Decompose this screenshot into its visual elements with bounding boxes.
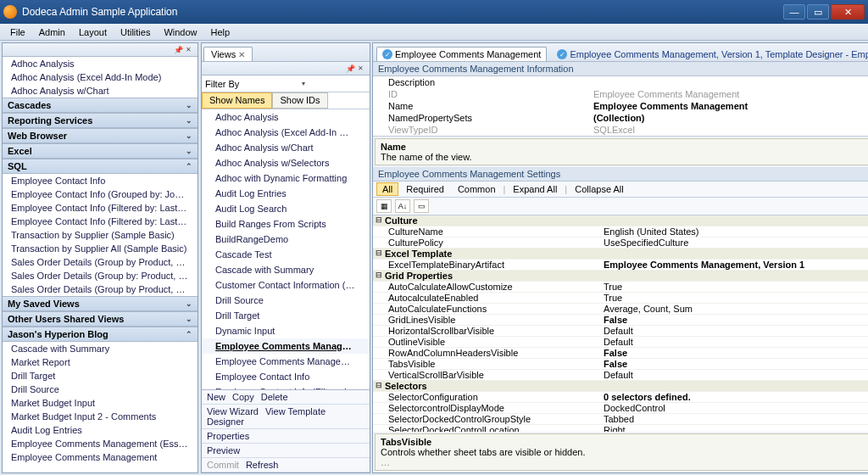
list-item[interactable]: Audit Log Search bbox=[202, 201, 370, 216]
cmd-commit[interactable]: Commit bbox=[207, 460, 239, 470]
pin-icon[interactable]: 📌 bbox=[346, 64, 354, 73]
tree-item[interactable]: Market Report bbox=[3, 355, 198, 369]
tree-item[interactable]: Transaction by Supplier All (Sample Basi… bbox=[3, 242, 198, 255]
settings-row[interactable]: OutlineVisibleDefault bbox=[373, 337, 868, 348]
list-item[interactable]: Build Ranges From Scripts bbox=[202, 216, 370, 232]
menu-admin[interactable]: Admin bbox=[32, 27, 72, 37]
menu-layout[interactable]: Layout bbox=[72, 27, 114, 37]
settings-category[interactable]: ⊟Culture bbox=[373, 215, 868, 226]
categorized-icon[interactable]: ▦ bbox=[376, 199, 392, 213]
settings-tab-all[interactable]: All bbox=[376, 182, 398, 196]
list-item[interactable]: Cascade Test bbox=[202, 247, 370, 262]
settings-row[interactable]: CulturePolicyUseSpecifiedCulture bbox=[373, 238, 868, 249]
tree-item[interactable]: Market Budget Input bbox=[3, 396, 198, 410]
maximize-button[interactable]: ▭ bbox=[807, 4, 829, 20]
cmd-refresh[interactable]: Refresh bbox=[246, 460, 279, 470]
list-item[interactable]: Employee Comments Management bbox=[202, 338, 370, 354]
list-item[interactable]: BuildRangeDemo bbox=[202, 232, 370, 247]
list-item[interactable]: Audit Log Entries bbox=[202, 186, 370, 201]
category-header[interactable]: Web Browser⌄ bbox=[3, 128, 198, 143]
tree-item[interactable]: Adhoc Analysis (Excel Add-In Mode) bbox=[3, 70, 198, 84]
cmd-preview[interactable]: Preview bbox=[207, 445, 240, 455]
views-tab[interactable]: Views ✕ bbox=[203, 47, 253, 61]
tree-item[interactable]: Employee Contact Info bbox=[3, 174, 198, 187]
cmd-copy[interactable]: Copy bbox=[232, 392, 254, 402]
list-item[interactable]: Customer Contact Information (Advent… bbox=[202, 277, 370, 293]
list-item[interactable]: Drill Target bbox=[202, 308, 370, 323]
list-item[interactable]: Adhoc with Dynamic Formatting bbox=[202, 170, 370, 186]
tree-item[interactable]: Sales Order Details (Group by Product, S… bbox=[3, 255, 198, 269]
settings-category[interactable]: ⊟Excel Template bbox=[373, 249, 868, 260]
settings-row[interactable]: RowAndColumnHeadersVisibleFalse bbox=[373, 348, 868, 359]
collapse-icon[interactable]: ⊟ bbox=[373, 249, 385, 259]
tab-ecm[interactable]: ✓Employee Comments Management bbox=[376, 47, 547, 61]
show-ids-button[interactable]: Show IDs bbox=[272, 92, 327, 109]
cmd-new[interactable]: New bbox=[207, 392, 225, 402]
tab-template-designer[interactable]: ✓Employee Comments Management, Version 1… bbox=[552, 48, 868, 61]
category-header[interactable]: SQL⌃ bbox=[3, 159, 198, 174]
settings-row[interactable]: TabsVisibleFalse bbox=[373, 359, 868, 370]
tree-item[interactable]: Employee Comments Management (Essbase Vi… bbox=[3, 437, 198, 450]
tree-item[interactable]: Transaction by Supplier (Sample Basic) bbox=[3, 228, 198, 242]
menu-window[interactable]: Window bbox=[157, 27, 203, 37]
settings-row[interactable]: VerticalScrollBarVisibleDefault bbox=[373, 370, 868, 381]
close-icon[interactable]: ✕ bbox=[186, 46, 194, 54]
collapse-icon[interactable]: ⊟ bbox=[373, 271, 385, 281]
settings-category[interactable]: ⊟Selectors bbox=[373, 381, 868, 392]
pin-icon[interactable]: 📌 bbox=[174, 46, 182, 54]
prop-val[interactable]: Employee Comments Management bbox=[593, 101, 868, 111]
collapse-icon[interactable]: ⊟ bbox=[373, 215, 385, 226]
tree-item[interactable]: Employee Contact Info (Grouped by: Job T… bbox=[3, 187, 198, 201]
list-item[interactable]: Employee Contact Info bbox=[202, 369, 370, 384]
cmd-wizard[interactable]: View Wizard bbox=[207, 406, 259, 416]
cmd-properties[interactable]: Properties bbox=[207, 431, 249, 441]
list-item[interactable]: Adhoc Analysis w/Chart bbox=[202, 140, 370, 155]
tree-item[interactable]: Sales Order Details (Group by Product, S… bbox=[3, 282, 198, 296]
settings-expand-all[interactable]: Expand All bbox=[507, 182, 563, 196]
cmd-delete[interactable]: Delete bbox=[261, 392, 288, 402]
chevron-down-icon[interactable]: ▾ bbox=[300, 80, 305, 87]
tree-item[interactable]: Drill Source bbox=[3, 383, 198, 396]
show-names-button[interactable]: Show Names bbox=[202, 92, 272, 109]
close-icon[interactable]: ✕ bbox=[238, 50, 245, 59]
category-header[interactable]: Other Users Shared Views⌄ bbox=[3, 311, 198, 327]
settings-row[interactable]: SelectorDockedControlLocationRight bbox=[373, 425, 868, 432]
settings-row[interactable]: AutoCalculateAllowCustomizeTrue bbox=[373, 282, 868, 293]
list-item[interactable]: Adhoc Analysis w/Selectors bbox=[202, 155, 370, 170]
settings-row[interactable]: AutocalculateEnabledTrue bbox=[373, 293, 868, 304]
tree-item[interactable]: Cascade with Summary bbox=[3, 342, 198, 355]
category-header[interactable]: Reporting Services⌄ bbox=[3, 113, 198, 128]
category-header[interactable]: My Saved Views⌄ bbox=[3, 296, 198, 311]
sort-icon[interactable]: A↓ bbox=[395, 199, 410, 213]
settings-row[interactable]: AutoCalculateFunctionsAverage, Count, Su… bbox=[373, 304, 868, 315]
settings-row[interactable]: SelectorcontrolDisplayModeDockedControl bbox=[373, 403, 868, 414]
settings-collapse-all[interactable]: Collapse All bbox=[569, 182, 629, 196]
menu-file[interactable]: File bbox=[3, 27, 32, 37]
settings-row[interactable]: SelectorConfiguration0 selectors defined… bbox=[373, 392, 868, 403]
tree-item[interactable]: Employee Comments Management bbox=[3, 450, 198, 464]
menu-utilities[interactable]: Utilities bbox=[114, 27, 157, 37]
menu-help[interactable]: Help bbox=[204, 27, 237, 37]
tree-item[interactable]: Employee Contact Info (Filtered by: Last… bbox=[3, 215, 198, 228]
settings-row[interactable]: ExcelTemplateBinaryArtifactEmployee Comm… bbox=[373, 260, 868, 271]
list-item[interactable]: Adhoc Analysis bbox=[202, 109, 370, 125]
category-header[interactable]: Jason's Hyperion Blog⌃ bbox=[3, 327, 198, 342]
settings-row[interactable]: CultureNameEnglish (United States) bbox=[373, 226, 868, 238]
settings-tab-required[interactable]: Required bbox=[400, 182, 450, 196]
tree-item[interactable]: Market Budget Input 2 - Comments bbox=[3, 410, 198, 423]
settings-row[interactable]: SelectorDockedControlGroupStyleTabbed bbox=[373, 414, 868, 425]
tree-item[interactable]: Audit Log Entries bbox=[3, 423, 198, 437]
tree-item[interactable]: Employee Contact Info (Filtered by: Last… bbox=[3, 201, 198, 215]
minimize-button[interactable]: — bbox=[783, 4, 805, 20]
settings-row[interactable]: HorizontalScrollbarVisibleDefault bbox=[373, 326, 868, 337]
tree-item[interactable]: Adhoc Analysis w/Chart bbox=[3, 84, 198, 98]
collapse-icon[interactable]: ⊟ bbox=[373, 381, 385, 391]
list-item[interactable]: Cascade with Summary bbox=[202, 262, 370, 277]
prop-val[interactable]: (Collection) bbox=[593, 113, 868, 123]
close-icon[interactable]: ✕ bbox=[358, 64, 366, 73]
list-item[interactable]: Drill Source bbox=[202, 293, 370, 308]
list-item[interactable]: Employee Comments Management (Es… bbox=[202, 354, 370, 369]
property-pages-icon[interactable]: ▭ bbox=[414, 199, 429, 213]
settings-row[interactable]: GridLinesVisibleFalse bbox=[373, 315, 868, 326]
list-item[interactable]: Dynamic Input bbox=[202, 323, 370, 338]
